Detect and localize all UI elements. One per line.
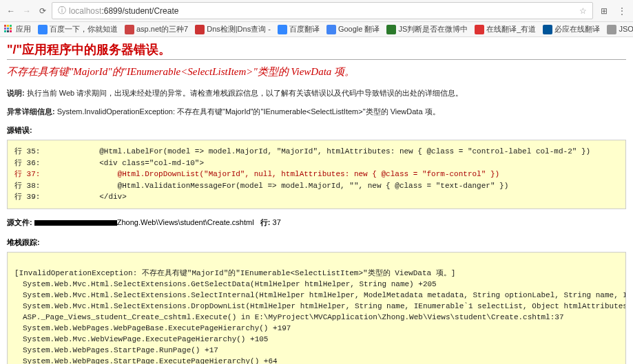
favicon-icon xyxy=(475,25,484,34)
bookmark-json[interactable]: JSON格式化工具 JS xyxy=(607,24,633,34)
favicon-icon xyxy=(386,25,396,34)
browser-navbar: ← → ⟳ ⓘ localhost:6899/student/Create ☆ … xyxy=(0,0,633,22)
bookmark-bing[interactable]: 必应在线翻译 xyxy=(543,24,600,34)
redacted-path xyxy=(34,220,117,226)
favicon-icon xyxy=(38,25,48,34)
favicon-icon xyxy=(543,25,552,34)
back-button[interactable]: ← xyxy=(4,4,18,18)
stack-line: System.Web.WebPages.StartPage.ExecutePag… xyxy=(14,356,278,364)
source-code-block: 行 35: @Html.LabelFor(model => model.Majo… xyxy=(7,140,626,209)
favicon-icon xyxy=(607,25,616,34)
forward-button[interactable]: → xyxy=(20,4,34,18)
bookmark-youdao[interactable]: 在线翻译_有道 xyxy=(475,24,536,34)
stack-line: System.Web.Mvc.Html.SelectExtensions.Sel… xyxy=(14,290,626,301)
bookmark-asp[interactable]: asp.net的三种7 xyxy=(125,24,188,34)
code-line: 行 36: <div class="col-md-10"> xyxy=(14,159,204,167)
bookmark-baidu-translate[interactable]: 百度翻译 xyxy=(278,24,320,34)
apps-grid-icon xyxy=(4,25,14,34)
error-title: "/"应用程序中的服务器错误。 xyxy=(7,41,626,58)
favicon-icon xyxy=(195,25,205,34)
stack-line: [InvalidOperationException: 不存在具有键"Major… xyxy=(14,269,455,277)
error-description: 说明: 执行当前 Web 请求期间，出现未经处理的异常。请检查堆栈跟踪信息，以了… xyxy=(7,88,626,98)
stack-line: System.Web.Mvc.Html.SelectExtensions.Dro… xyxy=(14,301,626,312)
code-line-highlight: 行 37: @Html.DropDownList("MajorId", null… xyxy=(14,170,499,178)
stack-line: ASP._Page_Views_student_Create_cshtml.Ex… xyxy=(14,312,564,323)
stack-line: System.Web.Mvc.WebViewPage.ExecutePageHi… xyxy=(14,334,268,345)
info-icon: ⓘ xyxy=(58,5,66,17)
code-line: 行 35: @Html.LabelFor(model => model.Majo… xyxy=(14,147,590,156)
bookmark-bar: 应用 百度一下，你就知道 asp.net的三种7 Dns检测|Dns查询 - 百… xyxy=(0,22,633,37)
stack-line: System.Web.WebPages.StartPage.RunPage() … xyxy=(14,345,218,356)
error-subtitle: 不存在具有键"MajorId"的"IEnumerable<SelectListI… xyxy=(7,65,626,78)
menu-icon[interactable]: ⋮ xyxy=(615,4,629,18)
address-bar[interactable]: ⓘ localhost:6899/student/Create ☆ xyxy=(52,2,593,19)
bookmark-baidu[interactable]: 百度一下，你就知道 xyxy=(38,24,118,34)
bookmark-star-icon[interactable]: ☆ xyxy=(579,6,587,16)
stack-trace-label: 堆栈跟踪: xyxy=(7,237,626,248)
exception-details: 异常详细信息: System.InvalidOperationException… xyxy=(7,107,626,117)
bookmark-google-translate[interactable]: Google 翻译 xyxy=(326,24,380,34)
stack-line: System.Web.Mvc.Html.SelectExtensions.Get… xyxy=(14,279,437,290)
extensions-icon[interactable]: ⊞ xyxy=(597,4,611,18)
divider xyxy=(7,59,626,60)
code-line: 行 39: </div> xyxy=(14,193,127,201)
url-host: localhost xyxy=(69,6,101,16)
favicon-icon xyxy=(326,25,336,34)
apps-shortcut[interactable]: 应用 xyxy=(4,24,31,34)
bookmark-dns[interactable]: Dns检测|Dns查询 - xyxy=(195,24,271,34)
reload-button[interactable]: ⟳ xyxy=(36,4,50,18)
url-path: :6899/student/Create xyxy=(101,6,178,16)
favicon-icon xyxy=(278,25,287,34)
source-file-info: 源文件: Zhong.Web\Views\student\Create.csht… xyxy=(7,217,626,228)
error-page: "/"应用程序中的服务器错误。 不存在具有键"MajorId"的"IEnumer… xyxy=(0,37,633,364)
favicon-icon xyxy=(125,25,134,34)
stack-trace-block: [InvalidOperationException: 不存在具有键"Major… xyxy=(7,252,626,365)
code-line: 行 38: @Html.ValidationMessageFor(model =… xyxy=(14,182,508,190)
bookmark-js-weibo[interactable]: JS判断是否在微博中 xyxy=(386,24,468,34)
stack-line: System.Web.WebPages.WebPageBase.ExecuteP… xyxy=(14,323,291,334)
source-error-label: 源错误: xyxy=(7,125,626,136)
